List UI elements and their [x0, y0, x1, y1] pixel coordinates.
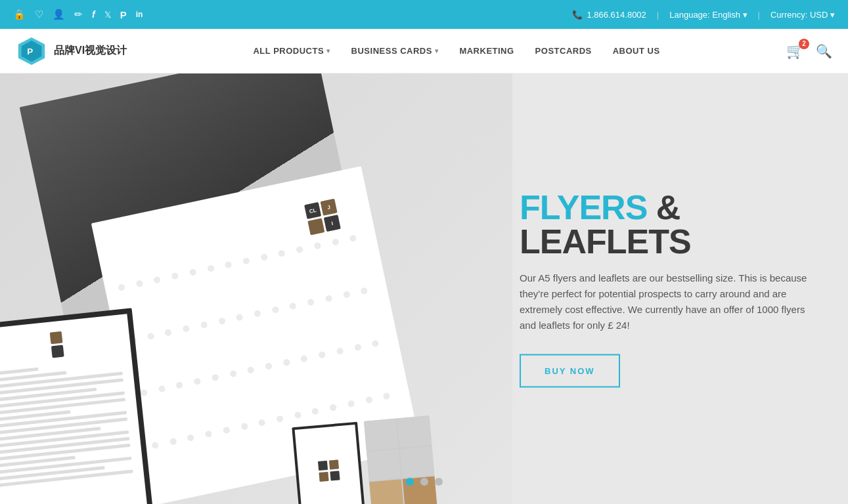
color-swatch-card [364, 415, 437, 504]
logo-sq-empty [307, 218, 324, 235]
hero-title-highlight: FLYERS [520, 188, 647, 226]
phone-icon: 📞 [572, 10, 583, 20]
carousel-dot-2[interactable] [420, 478, 428, 486]
language-chevron-icon: ▾ [743, 10, 748, 20]
top-bar-right: 📞 1.866.614.8002 | Language: English ▾ |… [572, 10, 835, 20]
logo[interactable]: P 品牌VI视觉设计 [16, 35, 127, 67]
header-actions: 🛒 2 🔍 [786, 43, 832, 60]
business-cards-chevron-icon: ▾ [435, 47, 439, 54]
lock-icon[interactable]: 🔒 [13, 9, 26, 20]
nav-business-cards[interactable]: BUSINESS CARDS ▾ [351, 46, 439, 56]
top-bar: 🔒 ♡ 👤 ✏ f 𝕏 P in 📞 1.866.614.8002 | Lang… [0, 0, 848, 29]
user-icon[interactable]: 👤 [53, 9, 65, 20]
language-selector[interactable]: Language: English ▾ [669, 10, 747, 20]
social-icons: 🔒 ♡ 👤 ✏ f 𝕏 P in [13, 9, 143, 20]
facebook-icon[interactable]: f [92, 9, 95, 20]
framed-sq-j [49, 331, 62, 345]
framed-document [0, 308, 156, 504]
main-nav: ALL PRODUCTS ▾ BUSINESS CARDS ▾ MARKETIN… [253, 46, 659, 56]
cart-button[interactable]: 🛒 2 [786, 43, 804, 60]
nav-postcards[interactable]: POSTCARDS [535, 46, 592, 56]
carousel-dots [406, 478, 443, 486]
stationery-mockup: CL J I [0, 74, 486, 504]
linkedin-icon[interactable]: in [136, 10, 143, 19]
buy-now-button[interactable]: BUY NOW [520, 354, 620, 388]
nav-about-us[interactable]: ABOUT US [613, 46, 660, 56]
logo-sq-j: J [321, 199, 338, 216]
logo-sq-cl: CL [304, 202, 321, 219]
logo-sq-i: I [324, 215, 341, 232]
hero-description: Our A5 flyers and leaflets are our bests… [520, 270, 809, 333]
card-logo: CL J I [304, 199, 341, 236]
header: P 品牌VI视觉设计 ALL PRODUCTS ▾ BUSINESS CARDS… [0, 29, 848, 74]
framed-logo [0, 326, 120, 366]
logo-text: 品牌VI视觉设计 [54, 44, 127, 58]
twitter-icon[interactable]: 𝕏 [104, 10, 111, 20]
carousel-dot-1[interactable] [406, 478, 414, 486]
currency-chevron-icon: ▾ [830, 10, 835, 20]
framed-sq-i [51, 345, 64, 358]
carousel-dot-3[interactable] [435, 478, 443, 486]
hero-title: FLYERS & LEAFLETS [520, 190, 809, 259]
currency-selector[interactable]: Currency: USD ▾ [770, 10, 835, 20]
heart-icon[interactable]: ♡ [35, 9, 43, 20]
small-business-card [292, 422, 365, 504]
small-cards [292, 415, 437, 504]
all-products-chevron-icon: ▾ [326, 47, 330, 54]
small-card-logo [317, 459, 340, 482]
nav-all-products[interactable]: ALL PRODUCTS ▾ [253, 46, 330, 56]
text-lines [0, 358, 133, 487]
pinterest-icon[interactable]: P [120, 9, 127, 20]
phone-number: 📞 1.866.614.8002 [572, 10, 646, 20]
nav-marketing[interactable]: MARKETING [459, 46, 514, 56]
search-icon[interactable]: 🔍 [816, 43, 832, 59]
hero-content: FLYERS & LEAFLETS Our A5 flyers and leaf… [520, 190, 809, 388]
svg-text:P: P [27, 46, 33, 56]
logo-hex-icon: P [16, 35, 47, 67]
cart-badge: 2 [799, 39, 809, 49]
pencil-icon[interactable]: ✏ [74, 9, 83, 20]
hero-section: CL J I [0, 74, 848, 504]
divider2: | [758, 10, 760, 20]
divider: | [657, 10, 659, 20]
